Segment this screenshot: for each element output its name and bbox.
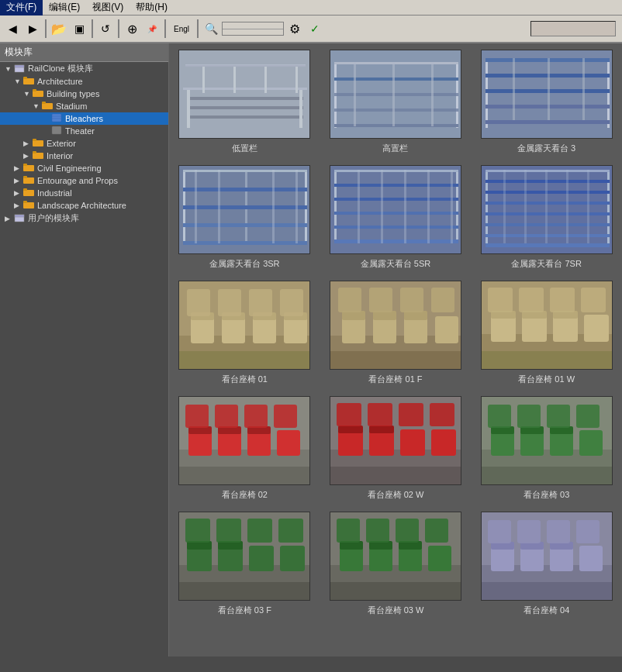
thumbnail-bleacher-high [330,50,461,139]
tree-item-architecture[interactable]: ▼ Architecture [0,75,168,88]
svg-rect-133 [400,288,423,312]
grid-item-bleacher-low[interactable]: 低置栏 [169,43,320,159]
open-folder-button[interactable]: 📂 [50,19,68,38]
svg-rect-174 [399,403,423,426]
svg-rect-120 [280,289,303,316]
svg-rect-14 [33,139,36,141]
tree-item-civil[interactable]: ▶ Civil Engineering [0,162,168,174]
tree-item-landscape[interactable]: ▶ Landscape Architecture [0,199,168,212]
svg-rect-72 [195,170,197,243]
search-input[interactable] [531,24,622,33]
back-button[interactable]: ◀ [3,19,22,38]
svg-rect-199 [185,519,210,543]
language-button[interactable]: Engl [169,19,194,38]
svg-rect-24 [23,201,27,203]
folder-exterior-icon [33,138,45,149]
arrow-industrial: ▶ [14,189,23,197]
folder-industrial-icon [23,188,36,198]
tree-item-entourage[interactable]: ▶ Entourage and Props [0,174,168,187]
grid-item-seat-03w[interactable]: 看台座椅 03 W [320,505,472,621]
check-button[interactable]: ✓ [306,19,324,38]
menu-view[interactable]: 视图(V) [86,0,130,16]
tree-item-bleachers[interactable]: Bleachers [0,112,168,125]
svg-rect-26 [15,215,24,217]
toolbar-divider-bar [222,22,284,36]
grid-item-bleacher-7sr[interactable]: 金属露天看台 7SR [471,159,622,274]
svg-rect-33 [183,88,307,90]
svg-rect-73 [218,170,220,243]
svg-rect-80 [334,184,458,187]
svg-rect-172 [337,403,361,426]
tree-label-railclone: RailClone 模块库 [28,63,93,74]
tree-label-exterior: Exterior [47,139,76,148]
svg-rect-69 [183,205,307,209]
grid-item-bleacher-high[interactable]: 高置栏 [320,43,472,159]
grid-item-seat-02[interactable]: 看台座椅 02 [169,390,320,505]
grid-item-seat-02w[interactable]: 看台座椅 02 W [320,390,472,505]
svg-rect-195 [249,546,274,571]
svg-rect-50 [431,62,434,126]
grid-item-seat-04[interactable]: 看台座椅 04 [471,505,622,621]
grid-item-seat-03f[interactable]: 看台座椅 03 F [169,505,320,621]
svg-rect-131 [338,288,361,312]
tree-item-stadium[interactable]: ▼ Stadium [0,100,168,112]
thumbnail-label-seat-01: 看台座椅 01 [222,374,268,385]
tree-item-building-types[interactable]: ▼ Building types [0,88,168,100]
tree-item-interior[interactable]: ▶ Interior [0,150,168,162]
svg-rect-146 [519,288,544,312]
svg-rect-102 [524,170,527,243]
svg-rect-223 [579,546,603,571]
thumbnail-bleacher-5sr [330,165,461,254]
pin-button[interactable]: 📌 [143,19,161,38]
svg-rect-43 [334,62,458,64]
svg-rect-79 [334,170,458,172]
tree-item-theater[interactable]: Theater [0,125,168,137]
menu-help[interactable]: 帮助(H) [130,0,174,16]
grid-item-bleacher-3sr[interactable]: 金属露天看台 3SR [169,159,320,274]
thumbnail-seat-01w [481,281,613,370]
settings-button[interactable]: ⚙ [285,19,304,38]
grid-item-bleacher-3[interactable]: 金属露天看台 3 [471,43,622,159]
svg-rect-175 [430,403,454,426]
tree-item-userlib[interactable]: ▶ 用户的模块库 [0,212,168,225]
grid-item-seat-01w[interactable]: 看台座椅 01 W [471,274,622,390]
tree-item-exterior[interactable]: ▶ Exterior [0,137,168,150]
svg-rect-60 [513,58,515,120]
arrow-entourage: ▶ [14,177,23,184]
svg-rect-182 [579,430,603,456]
arrow-userlib: ▶ [5,215,14,222]
svg-rect-62 [582,58,585,120]
thumbnail-label-bleacher-high: 高置栏 [382,143,408,154]
svg-rect-117 [187,289,210,316]
thumbnail-seat-01f [330,281,461,370]
grid-item-bleacher-5sr[interactable]: 金属露天看台 5SR [320,159,472,274]
menu-file[interactable]: 文件(F) [0,0,43,16]
tree-item-industrial[interactable]: ▶ Industrial [0,187,168,199]
toolbar-separator-1 [45,19,47,38]
svg-rect-178 [482,467,613,485]
tree-item-railclone[interactable]: ▼ RailClone 模块库 [0,62,168,75]
forward-button[interactable]: ▶ [23,19,42,38]
svg-rect-125 [373,316,396,343]
thumbnail-seat-03f [178,512,310,601]
thumbnail-label-bleacher-7sr: 金属露天看台 7SR [511,258,581,270]
refresh-button[interactable]: ↺ [96,19,115,38]
zoom-button[interactable]: ⊕ [123,19,141,38]
svg-rect-61 [548,58,550,120]
svg-rect-188 [547,405,570,428]
svg-rect-16 [33,151,36,153]
search-icon[interactable]: 🔍 [202,19,220,38]
svg-rect-89 [451,170,453,243]
svg-rect-173 [368,403,392,426]
tree-label-stadium: Stadium [56,102,87,111]
view-button[interactable]: ▣ [70,19,88,38]
thumbnail-label-seat-02: 看台座椅 02 [222,489,268,501]
grid-item-seat-03[interactable]: 看台座椅 03 [471,390,622,505]
grid-item-seat-01[interactable]: 看台座椅 01 [169,274,320,390]
tree-label-architecture: Architecture [37,77,83,86]
svg-rect-51 [482,50,613,139]
grid-item-seat-01f[interactable]: 看台座椅 01 F [320,274,472,390]
svg-rect-227 [488,520,511,543]
menu-edit[interactable]: 编辑(E) [43,0,86,16]
svg-rect-84 [334,240,458,243]
